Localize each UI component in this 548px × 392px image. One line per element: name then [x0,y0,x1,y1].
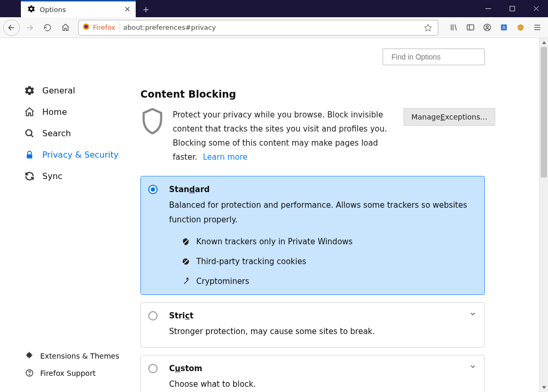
svg-marker-37 [542,386,545,389]
sidebar-item-support[interactable]: Firefox Support [0,364,133,382]
svg-marker-8 [424,24,431,31]
radio-icon[interactable] [148,185,158,194]
sidebar-item-general[interactable]: General [0,80,133,101]
search-icon [24,128,35,139]
site-identity[interactable]: Firefox [82,22,120,32]
url-text: about:preferences#privacy [123,23,421,31]
svg-rect-0 [485,8,491,9]
cookie-icon [182,257,190,266]
option-title: Strict [169,311,475,320]
blocking-option-strict[interactable]: Strict Stronger protection, may cause so… [140,302,485,348]
back-button[interactable] [3,19,20,36]
svg-line-11 [455,25,456,30]
sidebar-toggle-icon[interactable] [462,20,478,35]
scrollbar[interactable] [539,38,548,392]
sidebar-item-extensions[interactable]: Extensions & Themes [0,347,133,364]
page: General Home Search Privacy & Security S… [0,38,548,392]
url-actions [421,21,435,34]
app-menu-button[interactable] [529,20,545,35]
window-controls [476,0,548,17]
blocking-options: Standard Balanced for protection and per… [140,176,485,392]
close-icon[interactable]: ✕ [123,5,132,14]
bookmark-star-icon[interactable] [421,21,435,34]
learn-more-link[interactable]: Learn more [203,152,248,162]
sidebar-bottom: Extensions & Themes Firefox Support [0,347,133,382]
svg-point-30 [184,260,185,261]
tracker-icon [182,237,190,246]
svg-rect-1 [510,6,515,11]
option-title: Standard [169,185,475,194]
forward-button[interactable] [22,20,38,35]
url-bar[interactable]: Firefox about:preferences#privacy [78,20,438,35]
option-title: Custom [169,364,475,373]
option-sublist: Known trackers only in Private Windows T… [182,237,475,286]
sub-item-cookies: Third-party tracking cookies [182,257,475,266]
scroll-down-icon[interactable] [540,383,548,392]
svg-line-35 [183,278,189,284]
intro-text: Protect your privacy while you browse. B… [173,108,394,164]
gear-icon [27,5,35,15]
svg-line-22 [31,135,33,137]
sidebar-item-home[interactable]: Home [0,101,133,123]
home-button[interactable] [57,20,73,35]
sidebar-item-sync[interactable]: Sync [0,165,133,187]
sub-label: Third-party tracking cookies [196,257,306,266]
radio-icon[interactable] [148,364,158,373]
sub-item-cryptominers: Cryptominers [182,277,475,286]
sidebar-item-label: General [42,86,75,96]
chevron-down-icon [470,363,476,371]
library-icon[interactable] [446,20,461,35]
sidebar-item-label: Home [42,107,67,117]
svg-rect-12 [467,25,474,30]
window-close-button[interactable] [524,0,548,17]
help-icon [25,369,34,377]
search-wrap [383,49,485,65]
option-desc: Balanced for protection and performance.… [169,198,475,228]
puzzle-icon [25,351,34,360]
sidebar-item-label: Firefox Support [40,369,96,377]
nav-toolbar: Firefox about:preferences#privacy A [0,17,548,38]
lock-icon [24,149,35,160]
intro-row: Protect your privacy while you browse. B… [140,108,495,164]
section-title: Content Blocking [140,88,495,100]
tab-title: Options [40,6,119,14]
svg-point-25 [29,374,30,375]
sync-icon [24,171,35,182]
sidebar-item-label: Extensions & Themes [40,352,119,360]
extension-icon-a[interactable]: A [496,20,511,35]
sidebar-item-label: Privacy & Security [42,150,118,160]
window-maximize-button[interactable] [500,0,524,17]
sidebar-item-privacy-security[interactable]: Privacy & Security [0,144,133,165]
svg-point-15 [486,26,488,28]
sidebar-item-label: Search [42,128,71,138]
blocking-option-custom[interactable]: Custom Choose what to block. [140,355,485,392]
extension-icon-b[interactable] [513,20,528,35]
sub-label: Cryptominers [196,277,249,286]
browser-tab[interactable]: Options ✕ [21,1,136,17]
option-desc: Choose what to block. [169,377,475,392]
radio-icon[interactable] [148,311,158,320]
search-box[interactable] [383,49,485,65]
reload-button[interactable] [40,20,55,35]
scroll-thumb[interactable] [541,47,547,177]
firefox-icon [82,22,90,32]
blocking-option-standard[interactable]: Standard Balanced for protection and per… [140,176,485,295]
manage-exceptions-button[interactable]: Manage Exceptions… [403,108,495,126]
chevron-down-icon [470,310,476,318]
scroll-up-icon[interactable] [540,38,548,47]
identity-label: Firefox [93,23,115,31]
home-icon [24,106,35,117]
account-icon[interactable] [479,20,495,35]
sub-label: Known trackers only in Private Windows [196,237,353,246]
svg-rect-23 [27,155,32,159]
sidebar-item-search[interactable]: Search [0,123,133,144]
sidebar-item-label: Sync [42,171,63,181]
new-tab-button[interactable]: ＋ [138,2,153,17]
window-minimize-button[interactable] [476,0,500,17]
sub-item-trackers: Known trackers only in Private Windows [182,237,475,246]
titlebar: Options ✕ ＋ [0,0,548,17]
shield-icon [140,108,164,137]
svg-text:A: A [503,25,505,30]
search-input[interactable] [390,52,484,62]
cryptominer-icon [182,277,190,286]
